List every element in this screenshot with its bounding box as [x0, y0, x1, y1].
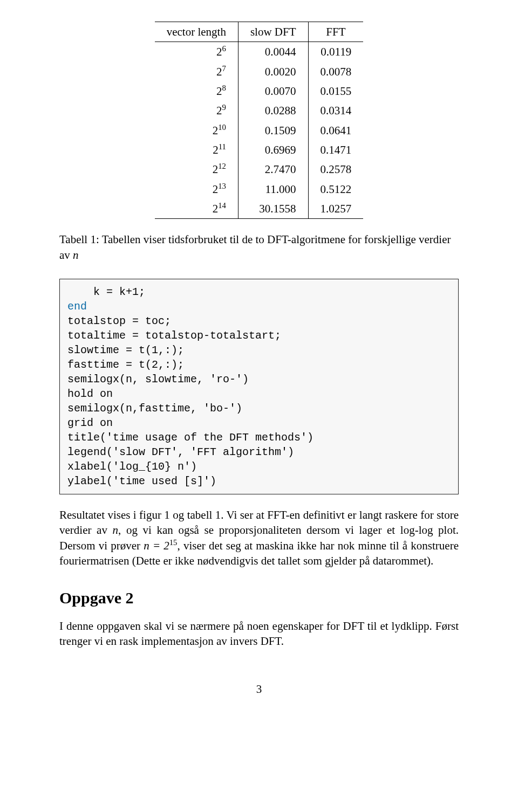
- cell-fft: 1.0257: [308, 199, 363, 219]
- cell-slow: 0.0288: [238, 101, 308, 120]
- cell-fft: 0.0314: [308, 101, 363, 120]
- code-line: grid on: [67, 417, 113, 429]
- code-line: xlabel('log_{10} n'): [67, 460, 197, 473]
- cell-slow: 30.1558: [238, 199, 308, 219]
- col-header-slow-dft: slow DFT: [238, 22, 308, 42]
- cell-n: 210: [155, 121, 238, 140]
- cell-slow: 11.000: [238, 180, 308, 199]
- code-line: k = k+1;: [67, 286, 145, 298]
- code-line: totaltime = totalstop-totalstart;: [67, 329, 281, 342]
- para1-eq: n = 2: [144, 539, 169, 552]
- code-line: slowtime = t(1,:);: [67, 344, 184, 356]
- cell-slow: 0.0044: [238, 42, 308, 62]
- code-line: fasttime = t(2,:);: [67, 359, 184, 371]
- col-header-vector-length: vector length: [155, 22, 238, 42]
- cell-n: 214: [155, 199, 238, 219]
- cell-n: 29: [155, 101, 238, 120]
- caption-text: Tabell 1: Tabellen viser tidsforbruket t…: [59, 233, 451, 261]
- cell-n: 213: [155, 180, 238, 199]
- cell-fft: 0.0119: [308, 42, 363, 62]
- table-row: 26 0.0044 0.0119: [155, 42, 364, 62]
- table-row: 211 0.6969 0.1471: [155, 140, 364, 160]
- cell-fft: 0.0155: [308, 81, 363, 101]
- code-line: title('time usage of the DFT methods'): [67, 431, 313, 444]
- table-header-row: vector length slow DFT FFT: [155, 22, 364, 42]
- table-row: 212 2.7470 0.2578: [155, 160, 364, 179]
- table-caption: Tabell 1: Tabellen viser tidsforbruket t…: [59, 232, 459, 263]
- col-header-fft: FFT: [308, 22, 363, 42]
- table-row: 27 0.0020 0.0078: [155, 62, 364, 81]
- table-body: 26 0.0044 0.0119 27 0.0020 0.0078 28 0.0…: [155, 42, 364, 219]
- section-heading-oppgave-2: Oppgave 2: [59, 587, 459, 609]
- cell-slow: 0.6969: [238, 140, 308, 160]
- result-paragraph: Resultatet vises i figur 1 og tabell 1. …: [59, 507, 459, 568]
- cell-slow: 0.1509: [238, 121, 308, 140]
- cell-slow: 2.7470: [238, 160, 308, 179]
- code-line: hold on: [67, 388, 113, 400]
- cell-n: 27: [155, 62, 238, 81]
- cell-n: 211: [155, 140, 238, 160]
- code-line: ylabel('time used [s]'): [67, 475, 216, 487]
- table-row: 28 0.0070 0.0155: [155, 81, 364, 101]
- table-row: 213 11.000 0.5122: [155, 180, 364, 199]
- cell-fft: 0.2578: [308, 160, 363, 179]
- cell-n: 28: [155, 81, 238, 101]
- table-row: 29 0.0288 0.0314: [155, 101, 364, 120]
- code-line: semilogx(n, slowtime, 'ro-'): [67, 373, 249, 386]
- page-number: 3: [59, 682, 459, 697]
- code-listing: k = k+1; end totalstop = toc; totaltime …: [59, 279, 459, 494]
- cell-n: 212: [155, 160, 238, 179]
- code-line: legend('slow DFT', 'FFT algorithm'): [67, 446, 294, 458]
- table-row: 210 0.1509 0.0641: [155, 121, 364, 140]
- cell-fft: 0.5122: [308, 180, 363, 199]
- cell-fft: 0.1471: [308, 140, 363, 160]
- table-row: 214 30.1558 1.0257: [155, 199, 364, 219]
- cell-n: 26: [155, 42, 238, 62]
- oppgave2-intro: I denne oppgaven skal vi se nærmere på n…: [59, 618, 459, 649]
- caption-var-n: n: [73, 249, 79, 262]
- cell-slow: 0.0020: [238, 62, 308, 81]
- para1-exp: 15: [169, 538, 178, 547]
- dft-timing-table: vector length slow DFT FFT 26 0.0044 0.0…: [155, 22, 364, 219]
- cell-fft: 0.0641: [308, 121, 363, 140]
- para1-var-n: n: [113, 524, 119, 536]
- code-line: semilogx(n,fasttime, 'bo-'): [67, 402, 242, 415]
- code-line: totalstop = toc;: [67, 315, 171, 327]
- code-line: end: [67, 300, 87, 313]
- cell-fft: 0.0078: [308, 62, 363, 81]
- cell-slow: 0.0070: [238, 81, 308, 101]
- page: vector length slow DFT FFT 26 0.0044 0.0…: [0, 0, 518, 718]
